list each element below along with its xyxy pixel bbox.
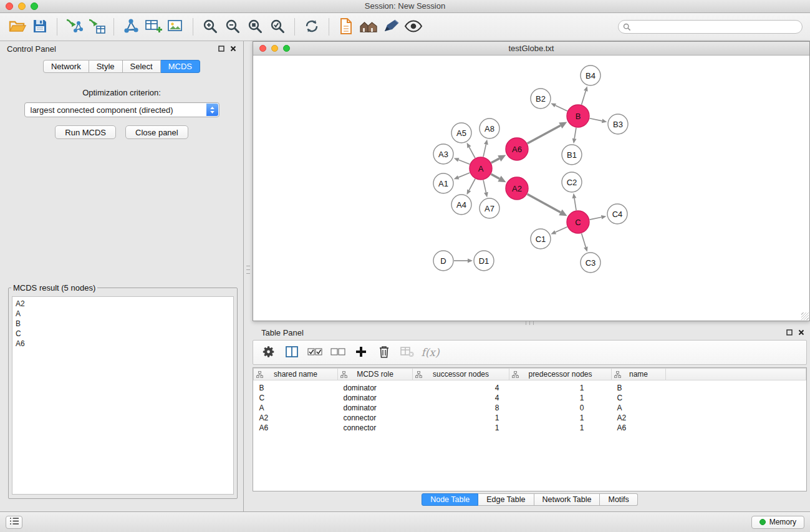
table-cell[interactable]: 1: [509, 380, 612, 394]
graph-edge-A-A3[interactable]: [458, 160, 470, 164]
graph-edge-B-B4[interactable]: [582, 91, 586, 105]
import-network-button[interactable]: [63, 16, 85, 37]
table-cell[interactable]: C: [612, 393, 666, 403]
table-cell[interactable]: C: [254, 393, 338, 403]
network-zoom-button[interactable]: [283, 45, 290, 52]
copy-view-button[interactable]: [335, 16, 357, 37]
tab-style[interactable]: Style: [89, 60, 123, 73]
delete-row-button[interactable]: [375, 343, 393, 362]
table-cell[interactable]: dominator: [338, 380, 413, 394]
table-settings-button[interactable]: [259, 343, 278, 362]
graph-edge-A6-B[interactable]: [528, 125, 561, 143]
network-window-titlebar[interactable]: testGlobe.txt: [253, 42, 809, 56]
task-history-button[interactable]: [6, 516, 22, 529]
table-cell[interactable]: connector: [338, 413, 413, 423]
table-cell[interactable]: A6: [254, 423, 338, 433]
show-columns-button[interactable]: [282, 343, 301, 362]
tab-edge-table[interactable]: Edge Table: [478, 493, 534, 506]
annotation-button[interactable]: [380, 16, 402, 37]
column-header-shared-name[interactable]: shared name: [254, 369, 338, 380]
table-cell[interactable]: connector: [338, 423, 413, 433]
table-cell[interactable]: A: [254, 403, 338, 413]
zoom-window-button[interactable]: [31, 2, 38, 10]
network-close-button[interactable]: [259, 45, 266, 52]
graph-edge-A-A6[interactable]: [491, 158, 499, 163]
new-network-button[interactable]: [120, 16, 142, 37]
table-cell[interactable]: 1: [413, 413, 509, 423]
table-cell[interactable]: 4: [413, 380, 509, 394]
new-table-button[interactable]: [142, 16, 165, 37]
column-header-name[interactable]: name: [612, 369, 666, 380]
add-row-button[interactable]: [352, 343, 370, 362]
zoom-in-button[interactable]: [199, 16, 221, 37]
run-mcds-button[interactable]: Run MCDS: [55, 125, 116, 139]
graph-edge-A-A1[interactable]: [458, 173, 470, 177]
tab-network[interactable]: Network: [43, 60, 89, 73]
control-panel-close-button[interactable]: [230, 46, 236, 52]
graph-edge-C-C1[interactable]: [556, 227, 567, 233]
table-row[interactable]: A6connector11A6: [254, 423, 806, 433]
table-row[interactable]: Bdominator41B: [254, 380, 806, 394]
table-cell[interactable]: B: [254, 380, 338, 394]
import-table-button[interactable]: [85, 16, 108, 37]
column-header-mcds-role[interactable]: MCDS role: [338, 369, 413, 380]
column-header-predecessor-nodes[interactable]: predecessor nodes: [509, 369, 612, 380]
control-panel-float-button[interactable]: [218, 46, 224, 52]
delete-table-button[interactable]: [398, 343, 417, 362]
graph-edge-C-C3[interactable]: [582, 233, 586, 247]
table-panel-float-button[interactable]: [786, 329, 793, 336]
graph-edge-A-A7[interactable]: [483, 180, 486, 193]
zoom-fit-button[interactable]: [244, 16, 266, 37]
table-cell[interactable]: 0: [509, 403, 612, 413]
tab-motifs[interactable]: Motifs: [600, 493, 637, 506]
table-cell[interactable]: dominator: [338, 393, 413, 403]
column-header-successor-nodes[interactable]: successor nodes: [413, 369, 509, 380]
graph-edge-B-B2[interactable]: [556, 105, 567, 111]
graph-edge-C-C2[interactable]: [574, 198, 576, 211]
result-item[interactable]: A: [16, 309, 230, 319]
graph-edge-B-B1[interactable]: [574, 128, 576, 139]
search-input[interactable]: [618, 20, 803, 34]
result-item[interactable]: A6: [16, 339, 230, 349]
open-file-button[interactable]: [6, 16, 29, 37]
zoom-out-button[interactable]: [221, 16, 244, 37]
network-canvas[interactable]: AA6A2BCA1A3A4A5A7A8B1B2B3B4C1C2C3C4DD1: [253, 56, 809, 321]
result-item[interactable]: B: [16, 319, 230, 329]
close-mcds-panel-button[interactable]: Close panel: [125, 125, 188, 139]
graph-edge-A-A8[interactable]: [483, 144, 486, 157]
export-image-button[interactable]: [165, 16, 187, 37]
graph-edge-C-C4[interactable]: [590, 217, 602, 220]
minimize-window-button[interactable]: [18, 2, 26, 10]
graph-edge-A2-C[interactable]: [528, 194, 561, 212]
table-cell[interactable]: 1: [509, 393, 612, 403]
close-window-button[interactable]: [6, 2, 13, 10]
show-details-button[interactable]: [402, 16, 425, 37]
table-row[interactable]: Adominator80A: [254, 403, 806, 413]
result-item[interactable]: C: [16, 329, 230, 339]
table-cell[interactable]: 1: [413, 423, 509, 433]
zoom-selected-button[interactable]: [266, 16, 289, 37]
criterion-dropdown[interactable]: largest connected component (directed): [24, 102, 219, 117]
table-row[interactable]: Cdominator41C: [254, 393, 806, 403]
resize-grip[interactable]: [801, 312, 809, 320]
mcds-result-list[interactable]: A2ABCA6: [12, 296, 234, 495]
tab-network-table[interactable]: Network Table: [534, 493, 600, 506]
table-cell[interactable]: A: [612, 403, 666, 413]
tab-mcds[interactable]: MCDS: [161, 60, 200, 73]
memory-button[interactable]: Memory: [751, 516, 804, 529]
table-cell[interactable]: A2: [254, 413, 338, 423]
table-cell[interactable]: 1: [509, 413, 612, 423]
save-session-button[interactable]: [29, 16, 51, 37]
vertical-splitter[interactable]: [246, 266, 250, 274]
home-button[interactable]: [357, 16, 380, 37]
table-panel-close-button[interactable]: [798, 329, 804, 336]
graph-edge-B-B3[interactable]: [590, 118, 602, 121]
result-item[interactable]: A2: [16, 299, 230, 309]
select-all-button[interactable]: [306, 343, 324, 362]
network-minimize-button[interactable]: [271, 45, 278, 52]
graph-edge-A-A5[interactable]: [469, 147, 475, 158]
table-cell[interactable]: dominator: [338, 403, 413, 413]
tab-select[interactable]: Select: [123, 60, 161, 73]
table-cell[interactable]: A2: [612, 413, 666, 423]
table-row[interactable]: A2connector11A2: [254, 413, 806, 423]
